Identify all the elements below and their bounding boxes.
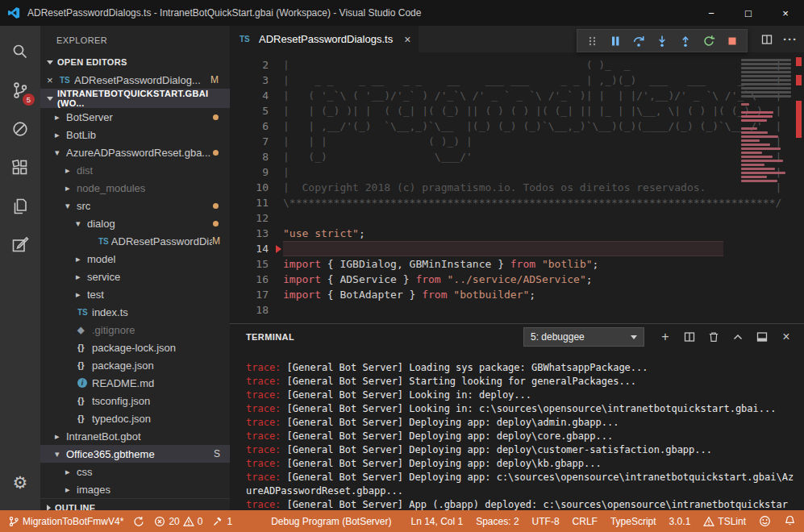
code-line[interactable]: import { IGBDialog, GBMinInstance } from…	[283, 256, 723, 272]
more-actions-button[interactable]	[783, 32, 798, 47]
step-into-button[interactable]	[652, 31, 673, 52]
tree-folder-model[interactable]: ▸model	[40, 250, 230, 268]
code-line[interactable]: | ( '_`\ ( '__)/'_` ) /'_`\ /' _ ` _ `\ …	[283, 88, 723, 103]
activitybar-source-control[interactable]: 5	[0, 71, 40, 110]
code-line[interactable]	[283, 302, 723, 318]
code-line[interactable]: | | ,__/'(_) `\__,_)`\__ |(_) (_) (_)`\_…	[283, 118, 723, 134]
feedback-button[interactable]	[759, 515, 771, 527]
tree-file-index-ts[interactable]: TSindex.ts	[40, 303, 230, 321]
code-line[interactable]	[283, 241, 723, 256]
encoding[interactable]: UTF-8	[532, 516, 560, 527]
pause-button[interactable]	[605, 31, 626, 52]
settings-button[interactable]: ⚙	[0, 463, 40, 502]
code-line[interactable]: | ( )_ _ |	[283, 57, 723, 73]
notifications-button[interactable]	[784, 515, 796, 527]
panel-layout-button[interactable]	[756, 330, 769, 343]
code-line[interactable]: | |	[283, 164, 723, 180]
tasks-indicator[interactable]: 1	[212, 516, 232, 527]
tree-file-package-lock-json[interactable]: {}package-lock.json	[40, 339, 230, 356]
code-token: ADService	[340, 273, 396, 285]
sync-button[interactable]	[133, 516, 144, 527]
activitybar-search[interactable]	[0, 32, 40, 71]
warning-icon	[183, 516, 194, 527]
tree-folder-css[interactable]: ▸css	[40, 463, 230, 480]
restart-button[interactable]	[698, 31, 719, 52]
maximize-button[interactable]: □	[730, 0, 767, 26]
tree-file--gitignore[interactable]: ◆.gitignore	[40, 321, 230, 339]
code-line[interactable]: import { ADService } from "../service/AD…	[283, 272, 723, 287]
minimap[interactable]	[741, 59, 791, 184]
split-terminal-button[interactable]	[683, 330, 696, 343]
tree-folder-intranetbot-gbot[interactable]: ▸IntranetBot.gbot	[40, 427, 230, 445]
close-icon[interactable]: ×	[47, 74, 60, 86]
tree-folder-images[interactable]: ▸images	[40, 480, 230, 498]
split-editor-button[interactable]	[760, 33, 773, 46]
tree-folder-botserver[interactable]: ▸BotServer	[40, 108, 230, 126]
code-line[interactable]: | (_) \___/' |	[283, 149, 723, 164]
close-icon[interactable]: ×	[404, 33, 410, 46]
code-line[interactable]	[283, 210, 723, 226]
tree-file-readme-md[interactable]: iREADME.md	[40, 374, 230, 392]
maximize-panel-button[interactable]	[731, 330, 744, 343]
line-number: 8	[230, 149, 283, 164]
tab-adresetpassworddialogs[interactable]: TS ADResetPasswordDialogs.ts ×	[230, 26, 419, 52]
code-line[interactable]: | _ _ _ __ _ _ __ ___ ___ _ _ | ,_)(_) _…	[283, 73, 723, 88]
tree-folder-office365-gbtheme[interactable]: ▾Office365.gbthemeS	[40, 445, 230, 463]
cursor-position[interactable]: Ln 14, Col 1	[410, 516, 463, 527]
language-mode[interactable]: TypeScript	[610, 516, 656, 527]
indentation[interactable]: Spaces: 2	[476, 516, 519, 527]
code-line[interactable]: "use strict";	[283, 226, 723, 241]
drag-handle-icon[interactable]	[581, 31, 602, 52]
open-editor-item[interactable]: × TS ADResetPasswordDialog... M	[40, 71, 230, 89]
open-editors-header[interactable]: OPEN EDITORS	[40, 53, 230, 71]
activitybar-extensions[interactable]	[0, 148, 40, 187]
branch-indicator[interactable]: MigrationToBotFmwV4*	[8, 516, 123, 527]
tree-file-typedoc-json[interactable]: {}typedoc.json	[40, 409, 230, 427]
ts-version[interactable]: 3.0.1	[669, 516, 691, 527]
stop-button[interactable]	[722, 31, 743, 52]
workspace-section-header[interactable]: INTRANETBOTQUICKSTART.GBAI (WO...	[40, 89, 230, 108]
tree-file-package-json[interactable]: {}package.json	[40, 356, 230, 374]
tree-folder-node-modules[interactable]: ▸node_modules	[40, 179, 230, 197]
step-over-button[interactable]	[628, 31, 649, 52]
new-terminal-button[interactable]	[659, 330, 672, 343]
tree-folder-botlib[interactable]: ▸BotLib	[40, 126, 230, 143]
code-area[interactable]: | ( )_ _ || _ _ _ __ _ _ __ ___ ___ _ _ …	[283, 57, 804, 323]
tslint-status[interactable]: TSLint	[703, 516, 746, 527]
code-line[interactable]: import { BotAdapter } from "botbuilder";	[283, 287, 723, 302]
step-out-button[interactable]	[675, 31, 696, 52]
eol-sequence[interactable]: CRLF	[573, 516, 598, 527]
code-token: "use strict"	[283, 227, 359, 239]
tree-file-tsconfig-json[interactable]: {}tsconfig.json	[40, 392, 230, 409]
activitybar-edit[interactable]	[0, 226, 40, 264]
debug-target[interactable]: Debug Program (BotServer)	[271, 516, 391, 527]
code-line[interactable]: \***************************************…	[283, 195, 723, 210]
tree-folder-dist[interactable]: ▸dist	[40, 161, 230, 179]
terminal-select[interactable]: 5: debuggee	[523, 327, 644, 347]
gear-icon: ⚙	[13, 473, 28, 493]
tree-folder-azureadpasswordreset-gba-[interactable]: ▾AzureADPasswordReset.gba...	[40, 143, 230, 161]
tree-folder-test[interactable]: ▸test	[40, 285, 230, 303]
minimize-button[interactable]: −	[693, 0, 730, 26]
tree-folder-dialog[interactable]: ▾dialog	[40, 214, 230, 232]
activitybar-debug[interactable]	[0, 110, 40, 148]
tree-folder-src[interactable]: ▾src	[40, 197, 230, 214]
close-button[interactable]: ×	[767, 0, 804, 26]
tree-item-label: ADResetPasswordDial...	[111, 235, 212, 247]
activitybar-explorer[interactable]	[0, 187, 40, 226]
code-line[interactable]: | | | ( )_) | |	[283, 134, 723, 149]
kill-terminal-button[interactable]	[707, 330, 720, 343]
code-line[interactable]: | | (_) )| | ( (_| |( (_) || ( ) ( ) |( …	[283, 103, 723, 118]
close-panel-button[interactable]	[780, 330, 793, 343]
tree-folder-service[interactable]: ▸service	[40, 268, 230, 285]
problems-indicator[interactable]: 20 0	[154, 516, 202, 527]
tree-file-adresetpassworddial-[interactable]: TSADResetPasswordDial...M	[40, 232, 230, 250]
tools-icon	[212, 516, 223, 527]
chevron-down-icon	[631, 335, 637, 339]
code-line[interactable]: | Copyright 2018 (c) pragmatismo.io. Tod…	[283, 180, 723, 195]
terminal-tab[interactable]: TERMINAL	[246, 332, 294, 342]
outline-header[interactable]: OUTLINE	[40, 498, 230, 510]
line-number: 15	[230, 256, 283, 272]
tree-item-label: css	[77, 466, 93, 478]
terminal-output[interactable]: trace: [General Bot Server] Loading sys …	[230, 350, 804, 510]
